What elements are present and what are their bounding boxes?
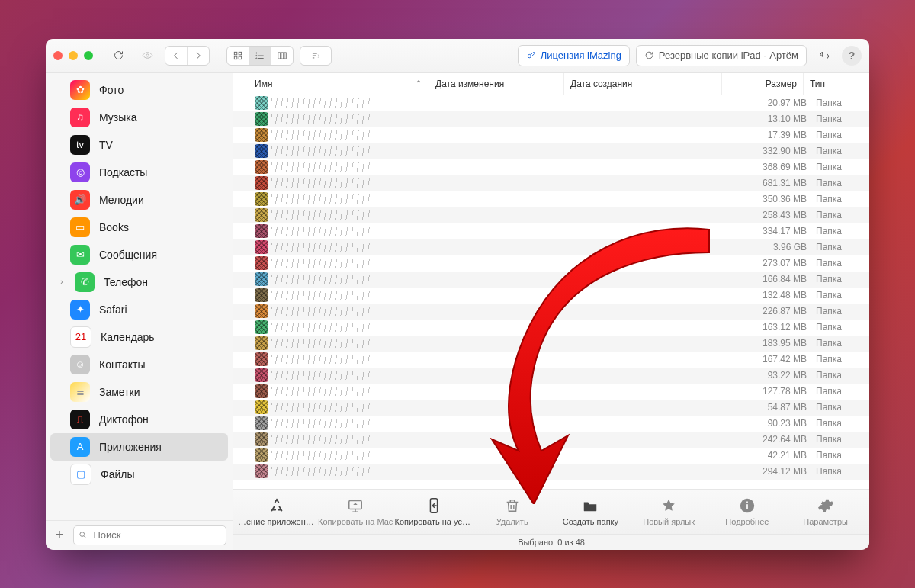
- row-name: [268, 465, 422, 477]
- transfer-button[interactable]: [813, 45, 836, 66]
- back-button[interactable]: [165, 47, 188, 65]
- table-row[interactable]: 273.07 MBПапка: [233, 255, 869, 272]
- sidebar-item-10[interactable]: ☺Контакты: [50, 351, 228, 378]
- sidebar-item-8[interactable]: ✦Safari: [50, 296, 228, 323]
- row-size: 334.17 MB: [738, 226, 811, 236]
- toolbar-star[interactable]: Новый ярлык: [630, 497, 708, 526]
- table-row[interactable]: 334.17 MBПапка: [233, 223, 869, 239]
- row-name: [268, 161, 422, 173]
- column-created[interactable]: Дата создания: [564, 73, 722, 95]
- table-row[interactable]: 226.87 MBПапка: [233, 304, 869, 320]
- table-row[interactable]: 132.48 MBПапка: [233, 288, 869, 304]
- app-icon: 🔊: [70, 190, 90, 210]
- row-icon: [255, 368, 268, 382]
- table-row[interactable]: 127.78 MBПапка: [233, 384, 869, 400]
- table-row[interactable]: 294.12 MBПапка: [233, 464, 869, 480]
- arrange-button[interactable]: [300, 47, 331, 65]
- svg-point-8: [256, 52, 257, 53]
- row-icon: [255, 336, 268, 350]
- column-name[interactable]: Имя⌃: [233, 73, 429, 95]
- table-row[interactable]: 90.23 MBПапка: [233, 416, 869, 432]
- disclosure-icon[interactable]: ›: [58, 278, 66, 286]
- sidebar-item-label: Books: [99, 221, 129, 233]
- row-icon: [255, 128, 268, 142]
- table-row[interactable]: 183.95 MBПапка: [233, 336, 869, 352]
- toolbar-copy-to-mac[interactable]: Копировать на Mac: [316, 497, 395, 526]
- row-icon: [255, 144, 268, 158]
- sidebar-item-12[interactable]: ⎍Диктофон: [50, 406, 228, 433]
- file-list: 20.97 MBПапка13.10 MBПапка17.39 MBПапка3…: [233, 95, 869, 489]
- app-icon: ▭: [70, 217, 90, 237]
- view-list-button[interactable]: [249, 47, 271, 65]
- toolbar-appstore[interactable]: …ение приложениями: [238, 497, 316, 526]
- add-button[interactable]: +: [52, 528, 67, 543]
- star-icon: [660, 497, 677, 516]
- close-window-button[interactable]: [53, 51, 63, 60]
- table-row[interactable]: 93.22 MBПапка: [233, 368, 869, 384]
- toolbar-copy-to-device[interactable]: Копировать на устр-во: [395, 497, 474, 526]
- table-row[interactable]: 42.21 MBПапка: [233, 448, 869, 464]
- table-row[interactable]: 54.87 MBПапка: [233, 400, 869, 416]
- sidebar-item-1[interactable]: ♫Музыка: [50, 104, 228, 131]
- toolbar-gear[interactable]: Параметры: [786, 497, 865, 526]
- row-icon: [255, 448, 268, 462]
- row-size: 42.21 MB: [738, 450, 811, 461]
- table-row[interactable]: 242.64 MBПапка: [233, 432, 869, 448]
- toolbar-trash[interactable]: Удалить: [473, 497, 551, 526]
- sidebar-item-9[interactable]: 21Календарь: [50, 323, 228, 351]
- license-button[interactable]: Лицензия iMazing: [518, 45, 630, 66]
- column-modified[interactable]: Дата изменения: [429, 73, 564, 95]
- column-type[interactable]: Тип: [804, 73, 869, 95]
- zoom-window-button[interactable]: [84, 51, 93, 60]
- table-row[interactable]: 167.42 MBПапка: [233, 352, 869, 368]
- sidebar-item-7[interactable]: ›✆Телефон: [50, 268, 228, 296]
- sidebar-item-5[interactable]: ▭Books: [50, 214, 228, 241]
- forward-button[interactable]: [188, 47, 209, 65]
- table-row[interactable]: 368.69 MBПапка: [233, 159, 869, 175]
- backup-selector[interactable]: Резервные копии iPad - Артём: [636, 45, 807, 66]
- column-size[interactable]: Размер: [722, 73, 804, 95]
- svg-rect-4: [239, 56, 242, 59]
- sidebar-list: ✿Фото♫МузыкаtvTV◎Подкасты🔊Мелодии▭Books✉…: [46, 73, 233, 520]
- row-size: 132.48 MB: [738, 290, 811, 300]
- reload-button[interactable]: [107, 45, 130, 66]
- table-row[interactable]: 13.10 MBПапка: [233, 111, 869, 127]
- sidebar-item-14[interactable]: ▢Файлы: [50, 461, 228, 488]
- table-row[interactable]: 20.97 MBПапка: [233, 95, 869, 111]
- table-row[interactable]: 166.84 MBПапка: [233, 272, 869, 288]
- sidebar-item-4[interactable]: 🔊Мелодии: [50, 186, 228, 214]
- toolbar-label: Копировать на устр-во: [395, 517, 474, 526]
- sidebar-item-6[interactable]: ✉Сообщения: [50, 241, 228, 268]
- table-row[interactable]: 163.12 MBПапка: [233, 320, 869, 336]
- sidebar-item-2[interactable]: tvTV: [50, 131, 228, 159]
- svg-rect-24: [746, 501, 748, 503]
- help-button[interactable]: ?: [842, 46, 862, 66]
- row-name: [268, 433, 422, 445]
- sidebar-item-label: TV: [99, 139, 113, 151]
- search-input[interactable]: [92, 529, 222, 541]
- info-icon: [739, 497, 756, 516]
- quicklook-button[interactable]: [136, 45, 159, 66]
- minimize-window-button[interactable]: [69, 51, 78, 60]
- toolbar-folder[interactable]: Создать папку: [551, 497, 630, 526]
- view-columns-button[interactable]: [271, 47, 293, 65]
- search-field[interactable]: [73, 525, 226, 545]
- toolbar-info[interactable]: Подробнее: [708, 497, 787, 526]
- row-size: 183.95 MB: [738, 338, 811, 349]
- sidebar-item-11[interactable]: ≣Заметки: [50, 378, 228, 406]
- sidebar-item-13[interactable]: AПриложения: [50, 433, 228, 461]
- table-row[interactable]: 332.90 MBПапка: [233, 143, 869, 159]
- sidebar-item-0[interactable]: ✿Фото: [50, 76, 228, 104]
- row-name: [268, 257, 422, 269]
- row-type: Папка: [811, 98, 869, 108]
- row-icon: [255, 240, 268, 254]
- app-body: ✿Фото♫МузыкаtvTV◎Подкасты🔊Мелодии▭Books✉…: [46, 73, 869, 550]
- table-row[interactable]: 17.39 MBПапка: [233, 127, 869, 143]
- table-row[interactable]: 350.36 MBПапка: [233, 191, 869, 207]
- app-icon: ▢: [70, 464, 92, 485]
- sidebar-item-3[interactable]: ◎Подкасты: [50, 159, 228, 186]
- view-icons-button[interactable]: [227, 47, 249, 65]
- table-row[interactable]: 258.43 MBПапка: [233, 207, 869, 223]
- table-row[interactable]: 681.31 MBПапка: [233, 175, 869, 191]
- table-row[interactable]: 3.96 GBПапка: [233, 239, 869, 255]
